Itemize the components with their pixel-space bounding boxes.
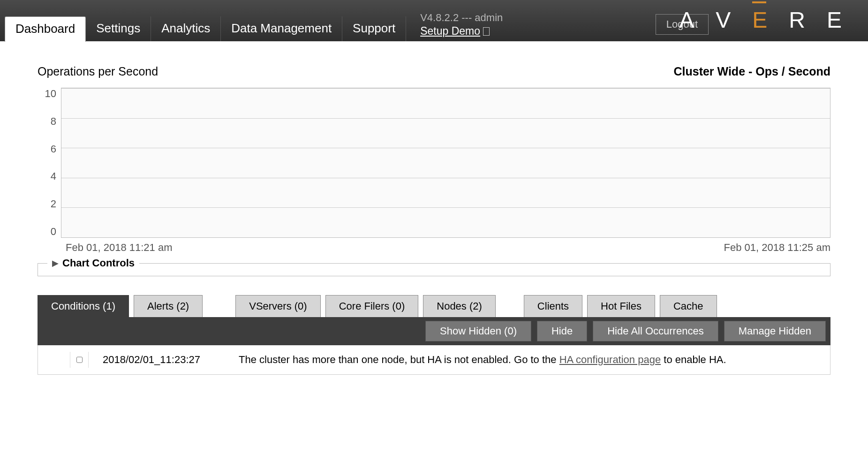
chart-title-right: Cluster Wide - Ops / Second xyxy=(673,65,830,78)
chart-plot[interactable] xyxy=(61,88,830,238)
y-tick: 2 xyxy=(51,198,56,210)
cluster-name-link[interactable]: Setup Demo xyxy=(420,25,503,38)
chart-controls-label: Chart Controls xyxy=(62,257,135,269)
x-end-label: Feb 01, 2018 11:25 am xyxy=(724,242,831,254)
nav-tab-dashboard[interactable]: Dashboard xyxy=(5,16,86,42)
version-text: V4.8.2.2 --- admin xyxy=(420,12,503,24)
tab-alerts[interactable]: Alerts (2) xyxy=(134,295,203,317)
x-axis: Feb 01, 2018 11:21 am Feb 01, 2018 11:25… xyxy=(66,238,830,254)
tab-clients[interactable]: Clients xyxy=(524,295,582,317)
condition-msg-prefix: The cluster has more than one node, but … xyxy=(239,354,559,365)
chart-header: Operations per Second Cluster Wide - Ops… xyxy=(38,65,830,78)
tab-conditions[interactable]: Conditions (1) xyxy=(38,295,129,317)
tab-vservers[interactable]: VServers (0) xyxy=(235,295,320,317)
chart-area: 10 8 6 4 2 0 xyxy=(38,88,830,238)
logo-letter: V xyxy=(716,7,743,33)
setup-demo-label: Setup Demo xyxy=(420,25,480,38)
x-start-label: Feb 01, 2018 11:21 am xyxy=(66,242,173,254)
main-nav: Dashboard Settings Analytics Data Manage… xyxy=(5,16,406,41)
chart-controls[interactable]: ▶ Chart Controls xyxy=(38,263,830,276)
hide-button[interactable]: Hide xyxy=(537,321,587,341)
manage-hidden-button[interactable]: Manage Hidden xyxy=(724,321,826,341)
document-icon xyxy=(483,27,490,36)
chart-title-left: Operations per Second xyxy=(38,65,158,78)
y-tick: 4 xyxy=(51,170,56,182)
logo-letter: E xyxy=(752,7,779,33)
ha-configuration-link[interactable]: HA configuration page xyxy=(559,354,661,365)
y-tick: 6 xyxy=(51,143,56,155)
nav-tab-data-management[interactable]: Data Management xyxy=(221,16,342,41)
condition-message: The cluster has more than one node, but … xyxy=(239,354,821,366)
condition-row: 2018/02/01_11:23:27 The cluster has more… xyxy=(38,345,830,374)
tab-cache[interactable]: Cache xyxy=(660,295,717,317)
conditions-table: 2018/02/01_11:23:27 The cluster has more… xyxy=(38,345,830,375)
nav-tab-settings[interactable]: Settings xyxy=(86,16,151,41)
version-block: V4.8.2.2 --- admin Setup Demo xyxy=(420,12,503,41)
tab-nodes[interactable]: Nodes (2) xyxy=(423,295,496,317)
hide-all-occurrences-button[interactable]: Hide All Occurrences xyxy=(593,321,718,341)
condition-msg-suffix: to enable HA. xyxy=(661,354,726,365)
logo-letter: A xyxy=(679,7,706,33)
dashboard-content: Operations per Second Cluster Wide - Ops… xyxy=(0,41,868,394)
logo-letter: R xyxy=(789,7,817,33)
nav-tab-analytics[interactable]: Analytics xyxy=(151,16,221,41)
tab-core-filers[interactable]: Core Filers (0) xyxy=(325,295,419,317)
y-axis: 10 8 6 4 2 0 xyxy=(38,88,61,238)
status-panel: Conditions (1) Alerts (2) VServers (0) C… xyxy=(38,295,830,375)
condition-checkbox[interactable] xyxy=(76,355,83,364)
y-tick: 0 xyxy=(51,226,56,238)
conditions-actions-bar: Show Hidden (0) Hide Hide All Occurrence… xyxy=(38,317,830,345)
nav-tab-support[interactable]: Support xyxy=(342,16,406,41)
y-tick: 8 xyxy=(51,115,56,128)
avere-logo: AVERE xyxy=(679,7,854,33)
header-bar: Dashboard Settings Analytics Data Manage… xyxy=(0,0,868,41)
logo-letter: E xyxy=(827,7,854,33)
condition-timestamp: 2018/02/01_11:23:27 xyxy=(103,354,225,366)
show-hidden-button[interactable]: Show Hidden (0) xyxy=(425,321,531,341)
tab-hot-files[interactable]: Hot Files xyxy=(587,295,655,317)
chevron-right-icon: ▶ xyxy=(52,258,59,268)
status-tabs: Conditions (1) Alerts (2) VServers (0) C… xyxy=(38,295,830,317)
y-tick: 10 xyxy=(45,88,56,100)
